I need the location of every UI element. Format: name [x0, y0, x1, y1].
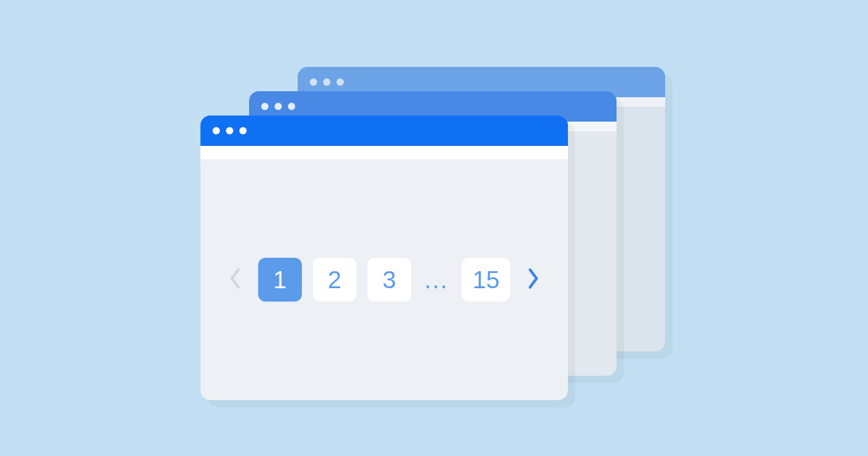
- window-control-dot: [226, 127, 233, 134]
- window-body: 1 2 3 ... 15: [200, 159, 568, 400]
- chevron-left-icon: [228, 268, 242, 292]
- toolbar: [200, 146, 568, 159]
- pagination-page-1[interactable]: 1: [258, 258, 302, 302]
- window-control-dot: [275, 103, 282, 110]
- pagination-next-button[interactable]: [521, 268, 545, 292]
- pagination-ellipsis: ...: [422, 266, 451, 294]
- titlebar: [200, 116, 568, 146]
- browser-window-front: 1 2 3 ... 15: [200, 116, 568, 400]
- window-control-dot: [239, 127, 247, 134]
- window-control-dot: [323, 78, 330, 86]
- window-control-dot: [288, 103, 295, 110]
- chevron-right-icon: [527, 268, 540, 292]
- window-control-dot: [337, 78, 344, 86]
- pagination-page-last[interactable]: 15: [462, 258, 510, 302]
- window-control-dot: [213, 127, 220, 134]
- pagination-page-2[interactable]: 2: [313, 258, 357, 302]
- window-control-dot: [261, 103, 268, 110]
- window-control-dot: [310, 78, 317, 86]
- pagination: 1 2 3 ... 15: [223, 258, 545, 302]
- pagination-page-3[interactable]: 3: [367, 258, 411, 302]
- pagination-prev-button[interactable]: [223, 268, 247, 292]
